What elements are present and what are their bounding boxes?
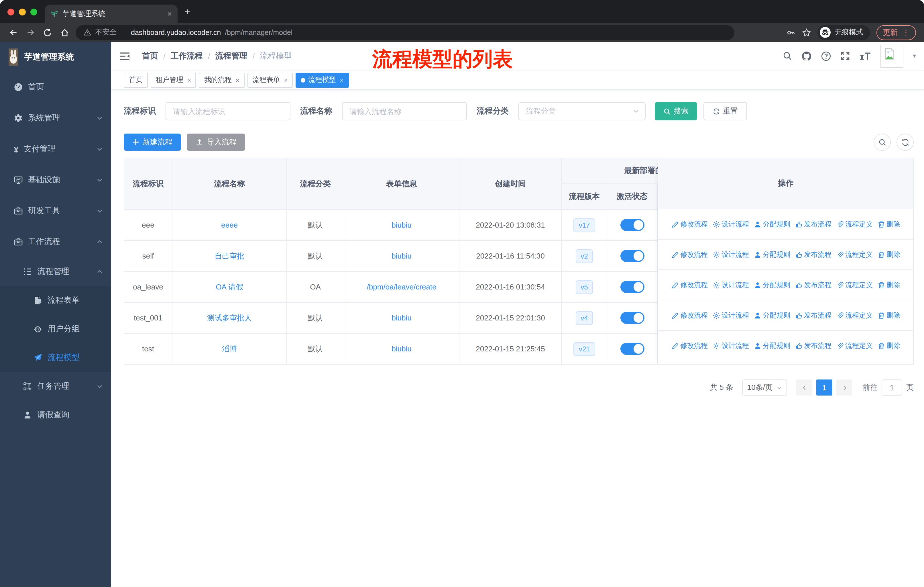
update-button[interactable]: 更新 ⋮ — [876, 25, 916, 40]
op-definition-link[interactable]: 流程定义 — [836, 219, 873, 229]
sidebar-item-process-form[interactable]: 流程表单 — [0, 286, 111, 315]
op-assign-link[interactable]: 分配规则 — [754, 250, 790, 260]
process-category-select[interactable]: 流程分类 — [518, 102, 645, 121]
op-definition-link[interactable]: 流程定义 — [836, 311, 873, 320]
show-search-button[interactable] — [874, 134, 891, 151]
op-publish-link[interactable]: 发布流程 — [795, 311, 832, 320]
font-size-icon[interactable] — [860, 51, 871, 61]
breadcrumb-item[interactable]: 工作流程 — [171, 51, 203, 61]
op-publish-link[interactable]: 发布流程 — [795, 280, 832, 290]
op-design-link[interactable]: 设计流程 — [712, 219, 749, 229]
process-name-link[interactable]: eeee — [221, 221, 238, 229]
sidebar-collapse-icon[interactable] — [119, 51, 130, 61]
reset-button[interactable]: 重置 — [703, 102, 747, 121]
op-definition-link[interactable]: 流程定义 — [836, 341, 873, 351]
active-toggle[interactable] — [620, 219, 644, 231]
close-window-button[interactable] — [7, 8, 14, 15]
next-page-button[interactable] — [837, 379, 852, 395]
process-name-input[interactable] — [342, 102, 467, 121]
sidebar-item-workflow[interactable]: 工作流程 — [0, 227, 111, 257]
op-edit-link[interactable]: 修改流程 — [671, 311, 708, 320]
chevron-down-icon[interactable]: ▾ — [913, 52, 916, 60]
op-delete-link[interactable]: 删除 — [877, 311, 900, 320]
op-design-link[interactable]: 设计流程 — [712, 250, 749, 260]
create-process-button[interactable]: 新建流程 — [124, 134, 181, 151]
breadcrumb-item[interactable]: 流程模型 — [260, 51, 292, 61]
process-id-input[interactable] — [165, 102, 290, 121]
tag-process-form[interactable]: 流程表单× — [248, 73, 293, 88]
process-name-link[interactable]: OA 请假 — [216, 282, 243, 292]
form-info-link[interactable]: biubiu — [391, 251, 411, 260]
app-logo[interactable]: 芋道管理系统 — [0, 42, 111, 72]
page-size-select[interactable]: 10条/页 — [742, 379, 787, 395]
version-badge[interactable]: v17 — [574, 218, 595, 232]
tag-tenant[interactable]: 租户管理× — [151, 73, 196, 88]
process-name-link[interactable]: 自己审批 — [214, 251, 244, 261]
version-badge[interactable]: v4 — [576, 311, 593, 325]
sidebar-item-process-model[interactable]: 流程模型 — [0, 343, 111, 372]
process-name-link[interactable]: 测试多审批人 — [207, 313, 252, 323]
op-assign-link[interactable]: 分配规则 — [754, 280, 790, 290]
new-tab-button[interactable]: + — [185, 6, 190, 18]
github-icon[interactable] — [802, 51, 812, 61]
tag-my-process[interactable]: 我的流程× — [199, 73, 244, 88]
forward-icon[interactable] — [22, 28, 39, 37]
active-toggle[interactable] — [620, 250, 644, 262]
op-publish-link[interactable]: 发布流程 — [795, 341, 832, 351]
zoom-window-button[interactable] — [30, 8, 37, 15]
op-definition-link[interactable]: 流程定义 — [836, 280, 873, 290]
sidebar-item-home[interactable]: 首页 — [0, 72, 111, 103]
op-design-link[interactable]: 设计流程 — [712, 341, 749, 351]
import-process-button[interactable]: 导入流程 — [187, 134, 245, 151]
reload-icon[interactable] — [39, 28, 56, 37]
goto-page-input[interactable] — [882, 379, 902, 395]
op-publish-link[interactable]: 发布流程 — [795, 219, 832, 229]
tag-process-model[interactable]: 流程模型× — [296, 73, 349, 88]
breadcrumb-item[interactable]: 首页 — [142, 51, 158, 61]
op-delete-link[interactable]: 删除 — [877, 280, 900, 290]
active-toggle[interactable] — [620, 312, 644, 324]
form-info-link[interactable]: biubiu — [391, 314, 411, 322]
sidebar-item-task-mgmt[interactable]: 任务管理 — [0, 372, 111, 401]
sidebar-item-user-group[interactable]: 用户分组 — [0, 315, 111, 343]
fullscreen-icon[interactable] — [841, 51, 850, 61]
avatar[interactable] — [881, 45, 904, 67]
back-icon[interactable] — [5, 28, 22, 37]
op-publish-link[interactable]: 发布流程 — [795, 250, 832, 260]
op-delete-link[interactable]: 删除 — [877, 341, 900, 351]
tag-close-icon[interactable]: × — [284, 76, 288, 83]
browser-tab[interactable]: 芋道管理系统 × — [45, 5, 178, 23]
op-delete-link[interactable]: 删除 — [877, 250, 900, 260]
op-edit-link[interactable]: 修改流程 — [671, 280, 708, 290]
op-assign-link[interactable]: 分配规则 — [754, 311, 790, 320]
active-toggle[interactable] — [620, 343, 644, 355]
search-icon[interactable] — [783, 51, 792, 61]
sidebar-item-leave-query[interactable]: 请假查询 — [0, 401, 111, 429]
home-icon[interactable] — [56, 28, 73, 37]
sidebar-item-infra[interactable]: 基础设施 — [0, 165, 111, 195]
bookmark-star-icon[interactable] — [802, 28, 811, 37]
tag-close-icon[interactable]: × — [340, 76, 344, 83]
version-badge[interactable]: v2 — [576, 249, 593, 263]
tag-close-icon[interactable]: × — [187, 76, 191, 83]
tag-close-icon[interactable]: × — [236, 76, 239, 83]
sidebar-item-process-mgmt[interactable]: 流程管理 — [0, 257, 111, 286]
version-badge[interactable]: v5 — [576, 280, 593, 294]
search-button[interactable]: 搜索 — [655, 102, 697, 121]
sidebar-item-system[interactable]: 系统管理 — [0, 103, 111, 134]
op-edit-link[interactable]: 修改流程 — [671, 219, 708, 229]
minimize-window-button[interactable] — [19, 8, 26, 15]
prev-page-button[interactable] — [796, 379, 812, 395]
key-icon[interactable] — [787, 28, 796, 37]
op-assign-link[interactable]: 分配规则 — [754, 219, 790, 229]
version-badge[interactable]: v21 — [574, 342, 595, 356]
op-edit-link[interactable]: 修改流程 — [671, 341, 708, 351]
sidebar-item-payment[interactable]: ¥支付管理 — [0, 134, 111, 165]
browser-menu-icon[interactable]: ⋮ — [902, 28, 910, 37]
breadcrumb-item[interactable]: 流程管理 — [215, 51, 248, 61]
op-delete-link[interactable]: 删除 — [877, 219, 900, 229]
op-design-link[interactable]: 设计流程 — [712, 280, 749, 290]
op-design-link[interactable]: 设计流程 — [712, 311, 749, 320]
form-info-link[interactable]: biubiu — [391, 221, 411, 229]
address-bar[interactable]: 不安全 dashboard.yudao.iocoder.cn/bpm/manag… — [76, 25, 734, 40]
